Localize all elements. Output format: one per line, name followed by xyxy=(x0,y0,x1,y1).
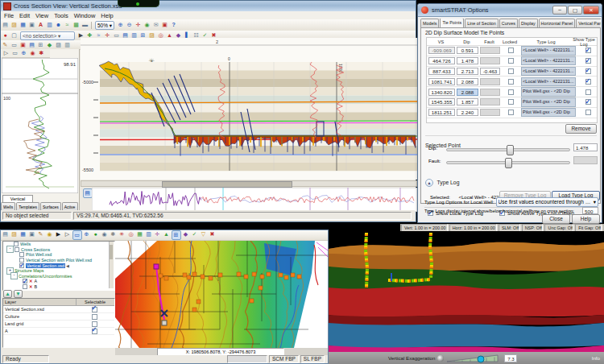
select-mode-icon[interactable]: ▭ xyxy=(72,230,82,240)
vs-field[interactable]: -909.069 xyxy=(428,47,455,54)
draw-icon[interactable]: ✓ xyxy=(191,230,199,238)
dialog-help-button[interactable]: Help xyxy=(572,214,600,224)
tie-point-row[interactable]: 1081.741 2.088 <Local Well> - 4222131... xyxy=(427,77,597,87)
tree-wells[interactable]: Wells xyxy=(20,242,31,246)
tree-vertical-section[interactable]: Vertical Section.xsd xyxy=(26,263,65,268)
section-start-marker[interactable] xyxy=(154,264,159,269)
collapse-icon-2[interactable]: - xyxy=(10,272,18,279)
log-template-track[interactable]: 98.91 100 xyxy=(2,58,78,193)
tab-horizontal-panel[interactable]: Horizontal Panel xyxy=(539,19,576,27)
selection-select[interactable]: <no selection> ▾ xyxy=(20,31,75,40)
dip-slider[interactable] xyxy=(446,148,570,151)
menu-view[interactable]: View xyxy=(35,12,48,19)
measure-icon[interactable]: ◆ xyxy=(182,230,190,238)
tree-b[interactable]: B xyxy=(35,284,38,289)
cross-section-plot[interactable]: 2 ☀ -5000 -5500 0 1000 xyxy=(81,38,417,180)
tree-vertical-with-pilot[interactable]: Vertical Section with Pilot Well.xsd xyxy=(26,258,92,263)
record-icon[interactable]: ● xyxy=(2,31,10,39)
show-type-log-checkbox[interactable] xyxy=(585,99,591,105)
font-icon[interactable]: A xyxy=(37,21,45,29)
edit-icon[interactable]: ✎ xyxy=(37,230,45,238)
tab-active-well[interactable]: Active Well xyxy=(62,202,78,210)
selectable-checkbox[interactable] xyxy=(92,329,97,334)
vs-field[interactable]: 1340.820 xyxy=(428,89,455,96)
print-icon[interactable]: ▣ xyxy=(28,21,36,29)
wells-icon[interactable]: ☻ xyxy=(55,21,63,29)
tab-line-of-section[interactable]: Line of Section xyxy=(465,19,499,27)
dip-field[interactable]: 2.713 xyxy=(457,68,478,75)
dip-field[interactable]: 2.088 xyxy=(457,89,478,96)
selectable-checkbox[interactable] xyxy=(92,314,97,320)
dialog-close-button[interactable]: Close xyxy=(542,214,570,224)
curves-icon[interactable]: ≈ xyxy=(64,21,72,29)
surface-blue[interactable] xyxy=(329,323,604,350)
locked-checkbox[interactable] xyxy=(508,48,514,53)
type-log-cell[interactable]: <Local Well> - 4222131... xyxy=(521,56,576,66)
scrollbar-thumb[interactable] xyxy=(162,181,292,188)
link-icon[interactable]: ◆ xyxy=(46,41,54,49)
collapse-icon[interactable]: ▲ xyxy=(425,179,433,187)
wheel-icon[interactable]: ✳ xyxy=(118,230,126,238)
locked-checkbox[interactable] xyxy=(508,58,514,64)
vs-field[interactable]: 1081.741 xyxy=(428,78,455,85)
erase-icon[interactable]: ▽ xyxy=(200,230,208,238)
dip-field[interactable]: 2.240 xyxy=(457,109,478,116)
vs-field[interactable]: 1545.355 xyxy=(428,98,455,105)
tree-pilot-well[interactable]: Pilot Well.xsd xyxy=(26,252,52,257)
dip-value[interactable]: 1.478 xyxy=(573,143,598,151)
globe-green-icon[interactable]: ● xyxy=(92,230,100,238)
show-type-log-checkbox[interactable] xyxy=(585,48,591,53)
type-log-cell[interactable]: <Local Well> - 4222131... xyxy=(521,67,576,77)
dip-slider-thumb[interactable] xyxy=(507,145,514,155)
select-rect-icon[interactable]: ▭ xyxy=(10,41,19,49)
track-settings-icon[interactable]: ▤ xyxy=(83,188,93,198)
type-log-cell[interactable]: <Local Well> - 4222131... xyxy=(521,77,576,87)
close-button[interactable]: ✕ xyxy=(583,6,599,14)
layer-row[interactable]: Land grid xyxy=(3,321,114,328)
new-icon[interactable]: ▤ xyxy=(2,230,10,238)
type-log-cell[interactable]: <Local Well> - 4222131... xyxy=(521,46,576,56)
tie-point-row[interactable]: 464.726 1.478 <Local Well> - 4222131... xyxy=(427,56,597,67)
tab-templates[interactable]: Templates xyxy=(16,202,39,210)
tree-scrollbar[interactable] xyxy=(109,242,114,288)
tab-wells[interactable]: Wells xyxy=(1,202,15,210)
vs-field[interactable]: 887.433 xyxy=(428,68,455,75)
image-icon[interactable]: ▩ xyxy=(72,21,81,29)
gear-icon[interactable]: ✱ xyxy=(110,230,118,238)
locked-checkbox[interactable] xyxy=(508,68,514,74)
remove-button[interactable]: Remove xyxy=(565,124,597,134)
selectable-checkbox[interactable] xyxy=(92,307,97,312)
paste-icon[interactable]: ▥ xyxy=(64,41,72,49)
structure-map-canvas[interactable] xyxy=(115,241,328,348)
locked-checkbox[interactable] xyxy=(508,110,514,115)
fault-field[interactable]: -0.463 xyxy=(480,68,500,75)
horizon-magenta[interactable] xyxy=(100,123,417,124)
menu-help[interactable]: Help xyxy=(101,12,113,19)
split-icon[interactable]: ⊞ xyxy=(37,41,45,49)
zoom-icon[interactable]: ⊕ xyxy=(83,230,91,238)
tie-point-row[interactable]: 1811.251 2.240 Pilot Well.gsx - <2D Dip xyxy=(427,108,597,118)
menu-file[interactable]: File xyxy=(4,12,14,19)
globe-icon[interactable]: ◉ xyxy=(101,230,109,238)
layer-row[interactable]: Culture xyxy=(3,313,114,321)
color-icon[interactable]: ◉ xyxy=(29,49,37,57)
fault-field[interactable] xyxy=(480,47,500,54)
interval-input[interactable]: 500 xyxy=(582,207,598,214)
bulb-icon[interactable]: ◉ xyxy=(46,230,54,238)
fault-field[interactable] xyxy=(480,109,500,116)
ve-reset-icon[interactable] xyxy=(437,355,444,362)
chart-icon[interactable]: ▥ xyxy=(145,230,153,238)
cross-sections-checkbox[interactable] xyxy=(14,247,19,252)
move-down-button[interactable]: ▼ xyxy=(14,290,23,298)
tie-point-row[interactable]: -909.069 0.591 <Local Well> - 4222131... xyxy=(427,46,597,56)
tab-curves[interactable]: Curves xyxy=(499,19,518,27)
show-type-log-checkbox[interactable] xyxy=(585,58,591,64)
show-type-log-checkbox[interactable] xyxy=(585,79,591,85)
vs-field[interactable]: 1811.251 xyxy=(428,109,455,116)
layer-row[interactable]: A xyxy=(3,328,114,335)
help-icon[interactable]: ? xyxy=(170,21,178,29)
tab-models[interactable]: Models xyxy=(420,19,439,27)
well-marker-icon[interactable]: ▣ xyxy=(19,41,27,49)
locked-checkbox[interactable] xyxy=(508,99,514,105)
show-type-log-checkbox[interactable] xyxy=(585,110,591,115)
